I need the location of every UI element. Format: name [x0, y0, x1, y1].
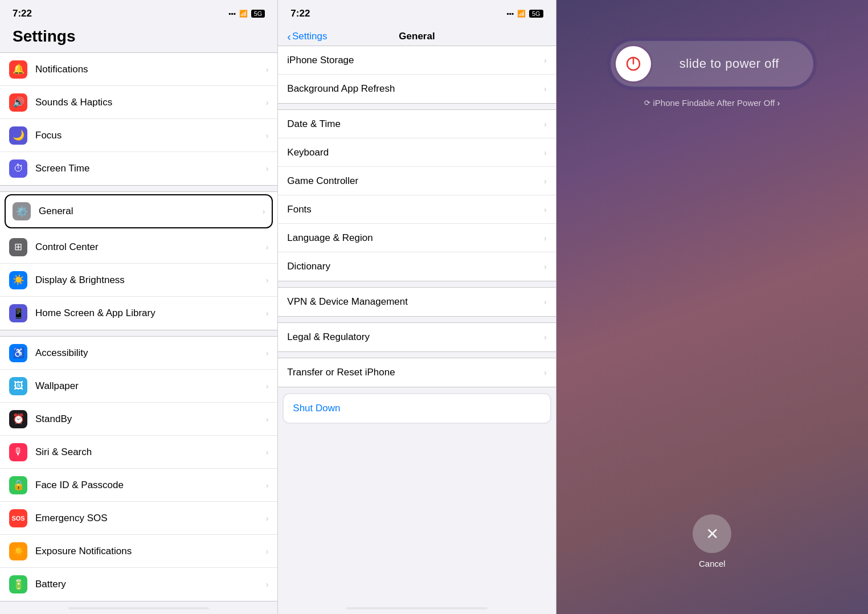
- back-arrow-icon: ‹: [287, 30, 291, 43]
- findable-after-poweroff[interactable]: ⟳ iPhone Findable After Power Off ›: [644, 98, 780, 108]
- chevron-emergency-sos: ›: [266, 514, 269, 523]
- chevron-keyboard: ›: [544, 148, 547, 157]
- general-panel: 7:22 ▪▪▪ 📶 5G ‹ Settings General iPhone …: [278, 0, 556, 614]
- general-item-date-time[interactable]: Date & Time ›: [278, 110, 555, 138]
- settings-item-exposure[interactable]: ☀️ Exposure Notifications ›: [0, 535, 277, 568]
- settings-panel: 7:22 ▪▪▪ 📶 5G Settings 🔔 Notifications ›…: [0, 0, 278, 614]
- keyboard-label: Keyboard: [287, 147, 542, 158]
- battery-icon: 5G: [251, 10, 265, 18]
- settings-item-control-center[interactable]: ⊞ Control Center ›: [0, 231, 277, 264]
- settings-item-home-screen[interactable]: 📱 Home Screen & App Library ›: [0, 297, 277, 330]
- chevron-accessibility: ›: [266, 349, 269, 358]
- general-icon: ⚙️: [13, 202, 31, 220]
- scroll-indicator-2: [346, 607, 487, 609]
- status-bar-2: 7:22 ▪▪▪ 📶 5G: [278, 0, 555, 23]
- settings-item-notifications[interactable]: 🔔 Notifications ›: [0, 53, 277, 86]
- accessibility-icon: ♿: [9, 344, 27, 362]
- general-section-4: Legal & Regulatory ›: [278, 322, 555, 352]
- chevron-standby: ›: [266, 415, 269, 424]
- wallpaper-icon: 🖼: [9, 377, 27, 395]
- cancel-button[interactable]: ✕: [693, 514, 731, 553]
- emergency-sos-icon: SOS: [9, 509, 27, 527]
- settings-item-accessibility[interactable]: ♿ Accessibility ›: [0, 337, 277, 370]
- settings-section-1: 🔔 Notifications › 🔊 Sounds & Haptics › 🌙…: [0, 52, 277, 186]
- settings-item-focus[interactable]: 🌙 Focus ›: [0, 119, 277, 152]
- battery-icon-2: 5G: [529, 10, 543, 18]
- wifi-icon-2: 📶: [517, 10, 526, 18]
- general-item-legal[interactable]: Legal & Regulatory ›: [278, 323, 555, 351]
- chevron-game-controller: ›: [544, 177, 547, 186]
- notifications-label: Notifications: [35, 64, 264, 75]
- settings-item-sounds[interactable]: 🔊 Sounds & Haptics ›: [0, 86, 277, 119]
- general-item-background-app[interactable]: Background App Refresh ›: [278, 75, 555, 103]
- chevron-date-time: ›: [544, 120, 547, 129]
- status-icons-2: ▪▪▪ 📶 5G: [506, 10, 543, 18]
- chevron-exposure: ›: [266, 547, 269, 556]
- chevron-transfer-reset: ›: [544, 368, 547, 377]
- settings-item-wallpaper[interactable]: 🖼 Wallpaper ›: [0, 370, 277, 403]
- settings-section-3: ♿ Accessibility › 🖼 Wallpaper › ⏰ StandB…: [0, 336, 277, 601]
- status-icons-1: ▪▪▪ 📶 5G: [228, 10, 265, 18]
- display-icon: ☀️: [9, 271, 27, 289]
- chevron-display: ›: [266, 276, 269, 285]
- chevron-fonts: ›: [544, 205, 547, 214]
- findable-chevron: ›: [777, 99, 780, 108]
- general-section-1: iPhone Storage › Background App Refresh …: [278, 46, 555, 104]
- chevron-battery: ›: [266, 580, 269, 589]
- exposure-label: Exposure Notifications: [35, 546, 264, 557]
- power-off-panel: slide to power off ⟳ iPhone Findable Aft…: [556, 0, 868, 614]
- slider-text: slide to power off: [653, 56, 810, 71]
- cancel-label: Cancel: [699, 559, 726, 568]
- focus-label: Focus: [35, 130, 264, 141]
- settings-item-face-id[interactable]: 🔒 Face ID & Passcode ›: [0, 469, 277, 502]
- screen-time-label: Screen Time: [35, 163, 264, 174]
- cancel-container: ✕ Cancel: [693, 514, 731, 568]
- general-item-fonts[interactable]: Fonts ›: [278, 195, 555, 224]
- face-id-label: Face ID & Passcode: [35, 480, 264, 491]
- settings-item-battery[interactable]: 🔋 Battery ›: [0, 568, 277, 601]
- settings-title: Settings: [0, 23, 277, 52]
- general-list: iPhone Storage › Background App Refresh …: [278, 46, 555, 607]
- settings-item-standby[interactable]: ⏰ StandBy ›: [0, 403, 277, 436]
- general-item-dictionary[interactable]: Dictionary ›: [278, 252, 555, 281]
- general-item-keyboard[interactable]: Keyboard ›: [278, 138, 555, 167]
- background-app-label: Background App Refresh: [287, 83, 542, 95]
- display-label: Display & Brightness: [35, 275, 264, 286]
- iphone-storage-label: iPhone Storage: [287, 55, 542, 66]
- settings-item-screen-time[interactable]: ⏱ Screen Time ›: [0, 152, 277, 185]
- chevron-focus: ›: [266, 131, 269, 140]
- settings-item-emergency-sos[interactable]: SOS Emergency SOS ›: [0, 502, 277, 535]
- general-item-iphone-storage[interactable]: iPhone Storage ›: [278, 46, 555, 75]
- back-button[interactable]: ‹ Settings: [287, 30, 327, 43]
- chevron-vpn: ›: [544, 297, 547, 306]
- shut-down-section: Shut Down: [282, 393, 551, 424]
- general-item-shutdown[interactable]: Shut Down: [284, 394, 550, 423]
- general-item-vpn[interactable]: VPN & Device Management ›: [278, 288, 555, 316]
- control-center-icon: ⊞: [9, 238, 27, 256]
- settings-item-siri[interactable]: 🎙 Siri & Search ›: [0, 436, 277, 469]
- fonts-label: Fonts: [287, 204, 542, 215]
- settings-item-general[interactable]: ⚙️ General ›: [5, 194, 273, 228]
- cancel-x-icon: ✕: [706, 525, 719, 543]
- status-bar-1: 7:22 ▪▪▪ 📶 5G: [0, 0, 277, 23]
- settings-list: 🔔 Notifications › 🔊 Sounds & Haptics › 🌙…: [0, 52, 277, 607]
- emergency-sos-label: Emergency SOS: [35, 513, 264, 524]
- chevron-background-app: ›: [544, 84, 547, 93]
- wallpaper-label: Wallpaper: [35, 380, 264, 392]
- home-screen-icon: 📱: [9, 304, 27, 322]
- chevron-language-region: ›: [544, 234, 547, 243]
- sounds-icon: 🔊: [9, 93, 27, 112]
- general-item-game-controller[interactable]: Game Controller ›: [278, 167, 555, 195]
- sounds-label: Sounds & Haptics: [35, 97, 264, 108]
- chevron-dictionary: ›: [544, 262, 547, 271]
- chevron-screen-time: ›: [266, 164, 269, 173]
- power-button[interactable]: [614, 44, 653, 83]
- settings-item-display[interactable]: ☀️ Display & Brightness ›: [0, 264, 277, 297]
- general-item-language-region[interactable]: Language & Region ›: [278, 224, 555, 252]
- general-section-3: VPN & Device Management ›: [278, 287, 555, 317]
- legal-label: Legal & Regulatory: [287, 331, 542, 343]
- general-item-transfer-reset[interactable]: Transfer or Reset iPhone ›: [278, 358, 555, 387]
- power-slider[interactable]: slide to power off: [609, 40, 814, 88]
- findable-label: iPhone Findable After Power Off: [653, 98, 775, 108]
- scroll-indicator-1: [68, 607, 209, 609]
